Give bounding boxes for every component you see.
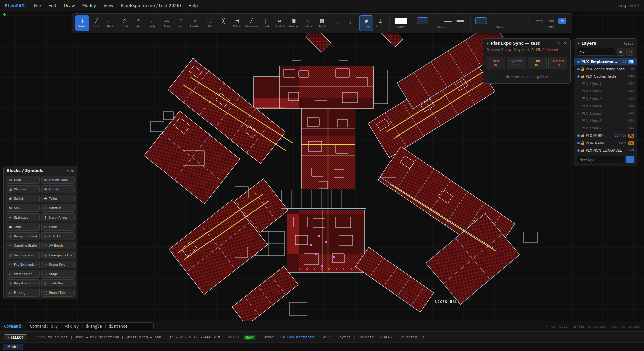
sync-filter-deleted[interactable]: Deleted(0) (548, 57, 567, 69)
tool-trim[interactable]: ╳Trim (216, 15, 230, 31)
tool-poly[interactable]: ▱Poly (146, 15, 160, 31)
sync-filter-diff[interactable]: Diff(0) (528, 57, 547, 69)
layer-search-input[interactable] (577, 48, 615, 56)
block-table[interactable]: ▬Table (6, 223, 40, 231)
block-double-door[interactable]: ▦Double Door (41, 176, 75, 184)
menu-view[interactable]: View (100, 2, 117, 9)
layer-row-plx-cadres-texte[interactable]: PLX_Cadres Texte644 (574, 73, 637, 80)
tool-circle[interactable]: ○Circle (118, 15, 132, 31)
filter-circle-icon[interactable]: ○ (626, 48, 634, 56)
visibility-on-icon[interactable] (577, 149, 580, 152)
style-option-dashed[interactable] (489, 18, 499, 24)
add-layer-button[interactable]: + (626, 156, 634, 163)
menu-help[interactable]: Help (185, 2, 201, 9)
block-reception-desk[interactable]: ◇Reception Desk (6, 232, 40, 240)
layer-row-plx-ligne3[interactable]: –PLX_Ligne3644 (574, 95, 637, 102)
tool-fillet[interactable]: ◡Fillet (202, 15, 216, 31)
tool-line[interactable]: ╱Line (89, 15, 103, 31)
menu-planexpo-demo-test-2026[interactable]: PlanExpo (demo / test-2026) (118, 2, 184, 9)
tool-leader[interactable]: ↗Leader (188, 15, 202, 31)
lock-icon[interactable] (581, 143, 584, 145)
visibility-off-icon[interactable]: – (577, 82, 580, 85)
color-swatch[interactable] (395, 18, 407, 24)
layer-row-plx-ligne1[interactable]: –PLX_Ligne1644 (574, 80, 637, 87)
visibility-off-icon[interactable]: – (577, 112, 580, 115)
lock-icon[interactable] (581, 76, 584, 78)
block-first-aid[interactable]: ◇First Aid (41, 232, 75, 240)
eye-icon[interactable]: ◉ (617, 48, 625, 56)
block-fire-extinguisher[interactable]: ◇Fire Extinguisher (6, 261, 40, 268)
block-water-point[interactable]: ◇Water Point (6, 270, 40, 278)
block-security-post[interactable]: ◇Security Post (6, 251, 40, 259)
new-layer-input[interactable] (577, 156, 624, 163)
tool-spline[interactable]: ∿Spline (301, 15, 315, 31)
tool-dim[interactable]: ↔Dim (160, 15, 174, 31)
collapse-caret-icon[interactable]: ▼ (487, 42, 489, 45)
layer-row-plx-trame[interactable]: PLX-TRAME1435PE (574, 139, 637, 147)
sync-filter-synced[interactable]: Synced(0) (507, 57, 526, 69)
menu-modify[interactable]: Modify (79, 2, 99, 9)
style-option-dotted[interactable] (501, 18, 512, 24)
layer-row-plx-ligne5[interactable]: –PLX_Ligne5644 (574, 110, 637, 117)
tool-select[interactable]: +Select (75, 15, 89, 31)
block-round-table[interactable]: ◯Round Table (41, 289, 75, 297)
width-option-1[interactable] (417, 17, 428, 24)
layer-row-plx-murs[interactable]: PLX-MURS114407PE (574, 132, 637, 139)
block-switch[interactable]: ◉Switch (6, 195, 40, 202)
lock-icon[interactable] (581, 150, 584, 152)
sync-panel-header[interactable]: ▼ PlanExpo Sync — test ↻ × (483, 39, 570, 48)
close-icon[interactable]: × (564, 41, 567, 46)
tool-offset[interactable]: ⇉Offset (230, 15, 244, 31)
command-input[interactable] (27, 322, 154, 330)
tool-rect[interactable]: ▭Rect (103, 15, 118, 31)
visibility-on-icon[interactable] (577, 61, 580, 63)
draw-layer-value[interactable]: PLX_Emplacements (278, 335, 314, 339)
tool-text[interactable]: TText (174, 15, 188, 31)
visibility-off-icon[interactable]: – (577, 126, 580, 130)
style-option-dashdot[interactable] (513, 18, 524, 24)
block-toilet[interactable]: ◓Toilet (41, 195, 75, 202)
unit-mm[interactable]: mm (534, 18, 545, 24)
block-power-pole[interactable]: ◇Power Pole (41, 261, 75, 268)
lock-icon[interactable] (581, 135, 584, 137)
tab-model[interactable]: Model (3, 344, 23, 350)
tool-image[interactable]: ▣Image (287, 15, 301, 31)
toggle-snap[interactable]: #Snap (359, 15, 373, 31)
layers-panel-header[interactable]: ▼ Layers 6/255 (574, 39, 637, 48)
block-av-booth[interactable]: ◇AV Booth (41, 242, 75, 249)
toggle-ortho[interactable]: ⊥Ortho (373, 15, 387, 31)
tool-hatch[interactable]: ▨Hatch (315, 15, 329, 31)
menu-edit[interactable]: Edit (45, 2, 60, 9)
layer-row-plx-ligne7[interactable]: –PLX_Ligne7644 (574, 124, 637, 132)
layer-row-plx-ligne2[interactable]: –PLX_Ligne2644 (574, 87, 637, 95)
layer-row-plx-non-elingable[interactable]: PLX-NON-ELINGABLE69 (574, 147, 637, 154)
block-stage[interactable]: ◇Stage (41, 270, 75, 278)
block-door[interactable]: ▤Door (6, 176, 40, 184)
block-trash-bin[interactable]: ◇Trash Bin (41, 279, 75, 287)
block-registration-coun[interactable]: ◇Registration Coun (6, 279, 40, 287)
block-emergency-exit[interactable]: ◇Emergency Exit (41, 251, 75, 259)
collapse-caret-icon[interactable]: ▼ (578, 42, 580, 45)
block-chair[interactable]: □Chair (41, 223, 75, 231)
ortho-indicator[interactable]: ORTHO (228, 335, 239, 339)
block-window[interactable]: ◫Window (6, 185, 40, 193)
unit-m[interactable]: m (558, 18, 566, 24)
layer-row-plx-emplaceme[interactable]: PLX_Emplaceme...26PE (574, 58, 637, 65)
visibility-off-icon[interactable]: – (577, 104, 580, 108)
redo-button[interactable]: ↷ (344, 16, 355, 30)
block-parking[interactable]: ◇Parking (6, 289, 40, 297)
layer-row-plx-ligne4[interactable]: –PLX_Ligne4644 (574, 102, 637, 110)
tool-measure[interactable]: ╱Measure (244, 15, 259, 31)
tool-break[interactable]: ‖Break (259, 15, 273, 31)
mode-chip[interactable]: ▪ SELECT (4, 334, 27, 340)
visibility-on-icon[interactable] (577, 68, 580, 70)
unit-cm[interactable]: cm (547, 18, 556, 24)
block-outlet[interactable]: ⊕Outlet (41, 185, 75, 193)
block-north-arrow[interactable]: ↑North Arrow (41, 213, 75, 221)
blocks-panel-header[interactable]: Blocks / Symbols ▾ 26 (4, 166, 77, 176)
layer-row-plx-ligne6[interactable]: –PLX_Ligne6644 (574, 117, 637, 124)
visibility-on-icon[interactable] (577, 142, 580, 144)
width-option-2[interactable] (430, 18, 441, 24)
layer-row-plx-zones-d-implanta[interactable]: PLX_Zones d'implanta...35 (574, 65, 637, 73)
visibility-on-icon[interactable] (577, 134, 580, 137)
